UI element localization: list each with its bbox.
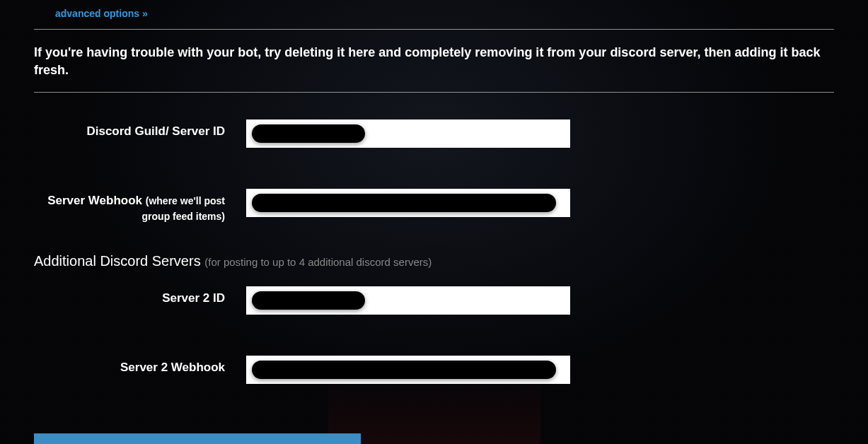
form-container: advanced options » If you're having trou… xyxy=(0,0,868,444)
input-guild-id[interactable] xyxy=(246,119,570,148)
update-button[interactable]: Update xyxy=(34,433,361,444)
redacted-value xyxy=(252,361,556,379)
advanced-options-link[interactable]: advanced options » xyxy=(34,8,148,19)
divider-after-help xyxy=(34,92,834,93)
label-webhook: Server Webhook (where we'll post group f… xyxy=(34,189,246,224)
label-webhook-main: Server Webhook xyxy=(47,194,146,207)
label-guild-id: Discord Guild/ Server ID xyxy=(34,119,246,139)
redacted-value xyxy=(252,124,365,143)
section-additional-servers: Additional Discord Servers (for posting … xyxy=(34,253,834,269)
divider-top xyxy=(34,29,834,30)
label-webhook-sub: (where we'll post group feed items) xyxy=(142,195,225,222)
row-guild-id: Discord Guild/ Server ID xyxy=(34,107,834,148)
row-webhook: Server Webhook (where we'll post group f… xyxy=(34,176,834,224)
input-webhook[interactable] xyxy=(246,189,570,217)
redacted-value xyxy=(252,291,365,310)
input-server2-id[interactable] xyxy=(246,286,570,315)
section-title-text: Additional Discord Servers xyxy=(34,253,204,269)
label-server2-webhook: Server 2 Webhook xyxy=(34,356,246,375)
input-server2-webhook[interactable] xyxy=(246,356,570,384)
row-server2-webhook: Server 2 Webhook xyxy=(34,343,834,384)
label-server2-id: Server 2 ID xyxy=(34,286,246,306)
row-server2-id: Server 2 ID xyxy=(34,274,834,315)
redacted-value xyxy=(252,194,556,212)
help-text: If you're having trouble with your bot, … xyxy=(34,44,834,79)
section-hint-text: (for posting to up to 4 additional disco… xyxy=(204,256,432,268)
